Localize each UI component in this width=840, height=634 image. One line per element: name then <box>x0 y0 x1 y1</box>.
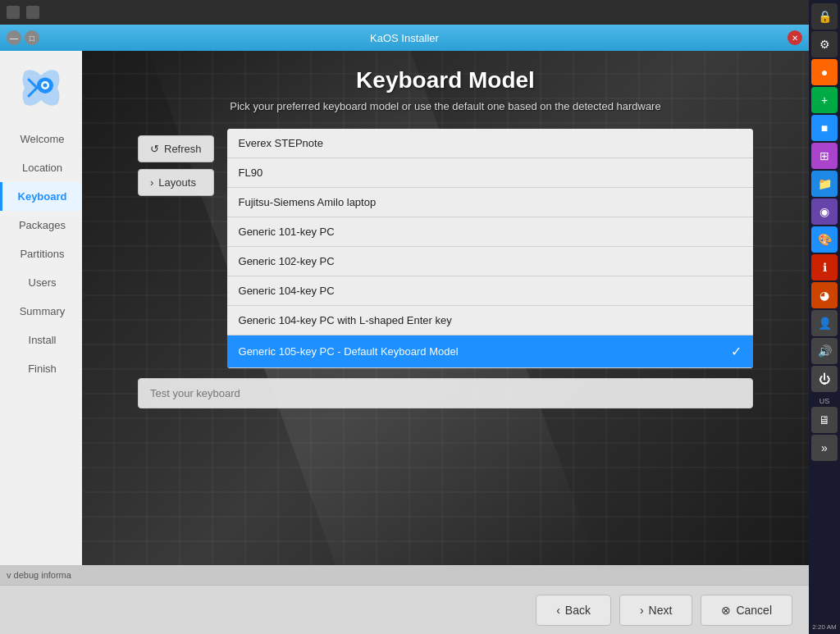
sidebar-green-icon[interactable]: + <box>811 87 838 113</box>
list-item-selected[interactable]: Generic 105-key PC - Default Keyboard Mo… <box>227 335 753 368</box>
sidebar-time: 2:20 AM <box>812 623 836 631</box>
cancel-icon: ⊗ <box>721 604 731 617</box>
logo-area <box>12 59 70 116</box>
sidebar-volume-icon[interactable]: 🔊 <box>811 338 838 364</box>
next-icon: › <box>640 604 644 617</box>
check-mark-icon: ✓ <box>731 344 742 359</box>
nav-packages[interactable]: Packages <box>0 211 82 239</box>
sidebar-info-icon[interactable]: ℹ <box>811 254 838 281</box>
list-item[interactable]: Generic 101-key PC <box>227 217 753 247</box>
nav-partitions[interactable]: Partitions <box>0 239 82 268</box>
nav-summary[interactable]: Summary <box>0 297 82 326</box>
left-nav: Welcome Location Keyboard Packages Parti… <box>0 51 82 565</box>
layouts-icon: › <box>150 176 153 189</box>
window-title: KaOS Installer <box>56 32 753 44</box>
list-item[interactable]: Generic 104-key PC <box>227 276 753 306</box>
sidebar-gear-icon[interactable]: ⚙ <box>811 31 838 57</box>
nav-location[interactable]: Location <box>0 153 82 182</box>
nav-welcome[interactable]: Welcome <box>0 125 82 153</box>
list-item[interactable]: Generic 102-key PC <box>227 247 753 276</box>
sidebar-folder-icon[interactable]: 📁 <box>811 171 838 197</box>
title-bar: — □ KaOS Installer ✕ <box>0 25 809 51</box>
right-sidebar: 🔒 ⚙ ● + ■ ⊞ 📁 ◉ 🎨 ℹ ◕ 👤 🔊 ⏻ US 🖥 » 2:20 … <box>809 0 840 634</box>
content-area: Welcome Location Keyboard Packages Parti… <box>0 51 809 565</box>
svg-point-1 <box>43 84 48 88</box>
keyboard-list: Everex STEPnote FL90 Fujitsu-Siemens Ami… <box>227 129 753 368</box>
sidebar-monitor-icon[interactable]: 🖥 <box>811 407 838 433</box>
next-button[interactable]: › Next <box>619 595 692 626</box>
sidebar-orange-icon[interactable]: ● <box>811 59 838 85</box>
page-subtitle: Pick your preferred keyboard model or us… <box>230 100 660 112</box>
sidebar-usb-icon[interactable]: ⏻ <box>811 366 838 392</box>
center-area: ↺ Refresh › Layouts Everex STEPnote FL90 <box>138 129 753 368</box>
refresh-button[interactable]: ↺ Refresh <box>138 135 214 162</box>
sidebar-blue-icon[interactable]: ■ <box>811 115 838 141</box>
top-bar-icon-2 <box>26 6 39 19</box>
top-bar <box>0 0 840 25</box>
top-bar-icon-1 <box>7 6 20 19</box>
panel-content: Keyboard Model Pick your preferred keybo… <box>82 51 809 565</box>
list-item[interactable]: FL90 <box>227 158 753 188</box>
sidebar-pacman-icon[interactable]: ◕ <box>811 282 838 308</box>
maximize-button[interactable]: □ <box>25 30 39 45</box>
sidebar-lock-icon[interactable]: 🔒 <box>811 3 838 30</box>
sidebar-grid-icon[interactable]: ⊞ <box>811 143 838 169</box>
nav-install[interactable]: Install <box>0 326 82 354</box>
installer-window: — □ KaOS Installer ✕ Welcome Location Ke… <box>0 25 809 634</box>
keyboard-list-container: Everex STEPnote FL90 Fujitsu-Siemens Ami… <box>227 129 753 368</box>
kaos-logo <box>16 63 66 112</box>
sidebar-paint-icon[interactable]: 🎨 <box>811 226 838 253</box>
sidebar-us-label: US <box>819 397 830 405</box>
list-item[interactable]: Everex STEPnote <box>227 129 753 158</box>
close-button[interactable]: ✕ <box>788 30 802 45</box>
minimize-button[interactable]: — <box>7 30 21 45</box>
keyboard-test-input[interactable] <box>138 378 753 408</box>
sidebar-users-icon[interactable]: 👤 <box>811 310 838 336</box>
page-title: Keyboard Model <box>356 67 535 94</box>
list-item[interactable]: Fujitsu-Siemens Amilo laptop <box>227 188 753 217</box>
back-icon: ‹ <box>556 604 560 617</box>
layouts-button[interactable]: › Layouts <box>138 169 214 196</box>
cancel-button[interactable]: ⊗ Cancel <box>701 595 792 626</box>
nav-keyboard[interactable]: Keyboard <box>0 182 82 211</box>
bottom-bar: ‹ Back › Next ⊗ Cancel <box>0 585 809 634</box>
main-panel: Keyboard Model Pick your preferred keybo… <box>82 51 809 565</box>
list-item[interactable]: Generic 104-key PC with L-shaped Enter k… <box>227 306 753 335</box>
refresh-icon: ↺ <box>150 143 159 155</box>
sidebar-chevron-icon[interactable]: » <box>811 435 838 461</box>
nav-users[interactable]: Users <box>0 268 82 297</box>
nav-finish[interactable]: Finish <box>0 354 82 383</box>
sidebar-circle-icon[interactable]: ◉ <box>811 198 838 225</box>
debug-bar: v debug informa <box>0 565 809 585</box>
side-buttons: ↺ Refresh › Layouts <box>138 129 214 368</box>
back-button[interactable]: ‹ Back <box>536 595 611 626</box>
